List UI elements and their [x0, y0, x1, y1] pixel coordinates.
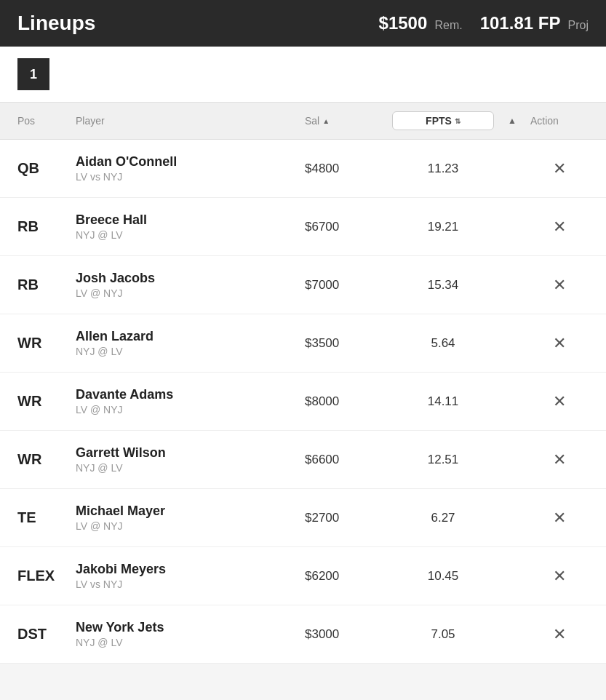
player-fpts: 6.27: [392, 511, 494, 525]
player-name: Allen Lazard: [76, 329, 305, 344]
salary-label: Rem.: [434, 19, 462, 31]
player-pos: FLEX: [17, 568, 76, 584]
player-fpts: 5.64: [392, 336, 494, 351]
player-matchup: NYJ @ LV: [76, 462, 305, 474]
table-row: RB Breece Hall NYJ @ LV $6700 19.21 ✕: [0, 198, 606, 256]
player-action: ✕: [530, 621, 589, 648]
player-action: ✕: [530, 272, 589, 298]
player-info: Allen Lazard NYJ @ LV: [76, 329, 305, 357]
player-info: Davante Adams LV @ NYJ: [76, 387, 305, 415]
player-info: Garrett Wilson NYJ @ LV: [76, 445, 305, 474]
player-fpts: 19.21: [392, 220, 494, 234]
player-matchup: LV @ NYJ: [76, 520, 305, 532]
player-name: Josh Jacobs: [76, 271, 305, 286]
remove-button[interactable]: ✕: [546, 214, 573, 240]
player-pos: DST: [17, 626, 76, 643]
sal-sort-icon: ▲: [322, 117, 330, 125]
player-name: Breece Hall: [76, 212, 305, 228]
player-info: New York Jets NYJ @ LV: [76, 620, 305, 648]
player-pos: QB: [17, 160, 76, 177]
player-salary: $4800: [305, 162, 392, 176]
fpts-amount: 101.81 FP: [480, 13, 561, 33]
table-row: WR Garrett Wilson NYJ @ LV $6600 12.51 ✕: [0, 431, 606, 489]
player-salary: $6700: [305, 220, 392, 234]
player-info: Josh Jacobs LV @ NYJ: [76, 271, 305, 299]
player-action: ✕: [530, 156, 589, 182]
player-salary: $6200: [305, 569, 392, 584]
table-row: TE Michael Mayer LV @ NYJ $2700 6.27 ✕: [0, 489, 606, 547]
fpts-projected: 101.81 FP Proj: [480, 13, 589, 33]
remove-button[interactable]: ✕: [546, 621, 573, 648]
player-info: Aidan O'Connell LV vs NYJ: [76, 154, 305, 183]
player-matchup: LV vs NYJ: [76, 171, 305, 183]
player-action: ✕: [530, 563, 589, 589]
player-pos: TE: [17, 509, 76, 526]
player-fpts: 14.11: [392, 394, 494, 409]
header-stats: $1500 Rem. 101.81 FP Proj: [379, 13, 589, 33]
player-salary: $7000: [305, 278, 392, 293]
player-matchup: NYJ @ LV: [76, 229, 305, 241]
col-player: Player: [76, 111, 305, 130]
player-pos: WR: [17, 393, 76, 410]
player-fpts: 15.34: [392, 278, 494, 293]
player-pos: RB: [17, 218, 76, 235]
player-action: ✕: [530, 389, 589, 415]
player-info: Breece Hall NYJ @ LV: [76, 212, 305, 241]
player-name: Aidan O'Connell: [76, 154, 305, 170]
page-title: Lineups: [17, 12, 95, 35]
player-name: Jakobi Meyers: [76, 562, 305, 577]
player-matchup: LV @ NYJ: [76, 404, 305, 415]
player-salary: $3500: [305, 336, 392, 351]
col-pos: Pos: [17, 111, 76, 130]
lineup-number-row: 1: [0, 47, 606, 103]
player-name: Garrett Wilson: [76, 445, 305, 461]
player-action: ✕: [530, 447, 589, 473]
player-action: ✕: [530, 505, 589, 531]
table-row: FLEX Jakobi Meyers LV vs NYJ $6200 10.45…: [0, 547, 606, 605]
table-row: WR Davante Adams LV @ NYJ $8000 14.11 ✕: [0, 373, 606, 431]
player-list: QB Aidan O'Connell LV vs NYJ $4800 11.23…: [0, 140, 606, 664]
col-fpts[interactable]: FPTS ⇅: [392, 111, 494, 130]
player-salary: $8000: [305, 394, 392, 409]
col-arrow: ▲: [494, 111, 530, 130]
remove-button[interactable]: ✕: [546, 272, 573, 298]
player-matchup: LV @ NYJ: [76, 287, 305, 299]
remove-button[interactable]: ✕: [546, 505, 573, 531]
player-salary: $3000: [305, 627, 392, 642]
remove-button[interactable]: ✕: [546, 563, 573, 589]
col-sal[interactable]: Sal ▲: [305, 111, 392, 130]
player-salary: $6600: [305, 453, 392, 467]
table-row: DST New York Jets NYJ @ LV $3000 7.05 ✕: [0, 605, 606, 664]
player-matchup: NYJ @ LV: [76, 346, 305, 357]
table-header: Pos Player Sal ▲ FPTS ⇅ ▲ Action: [0, 103, 606, 140]
up-arrow-icon: ▲: [508, 116, 517, 126]
player-fpts: 11.23: [392, 162, 494, 176]
table-row: WR Allen Lazard NYJ @ LV $3500 5.64 ✕: [0, 314, 606, 373]
table-row: RB Josh Jacobs LV @ NYJ $7000 15.34 ✕: [0, 256, 606, 314]
header: Lineups $1500 Rem. 101.81 FP Proj: [0, 0, 606, 47]
player-matchup: LV vs NYJ: [76, 578, 305, 590]
player-name: Michael Mayer: [76, 504, 305, 519]
salary-remaining: $1500 Rem.: [379, 13, 463, 33]
player-matchup: NYJ @ LV: [76, 637, 305, 648]
player-pos: WR: [17, 451, 76, 468]
player-fpts: 12.51: [392, 453, 494, 467]
remove-button[interactable]: ✕: [546, 330, 573, 357]
player-pos: RB: [17, 277, 76, 293]
remove-button[interactable]: ✕: [546, 389, 573, 415]
table-row: QB Aidan O'Connell LV vs NYJ $4800 11.23…: [0, 140, 606, 198]
player-fpts: 10.45: [392, 569, 494, 584]
player-pos: WR: [17, 335, 76, 351]
player-info: Michael Mayer LV @ NYJ: [76, 504, 305, 532]
player-name: New York Jets: [76, 620, 305, 635]
player-info: Jakobi Meyers LV vs NYJ: [76, 562, 305, 590]
remove-button[interactable]: ✕: [546, 447, 573, 473]
player-action: ✕: [530, 214, 589, 240]
salary-amount: $1500: [379, 13, 428, 33]
fpts-label: Proj: [568, 19, 589, 31]
fpts-sort-icon: ⇅: [455, 117, 461, 125]
remove-button[interactable]: ✕: [546, 156, 573, 182]
col-action: Action: [530, 111, 589, 130]
lineup-badge[interactable]: 1: [17, 58, 49, 90]
player-name: Davante Adams: [76, 387, 305, 402]
